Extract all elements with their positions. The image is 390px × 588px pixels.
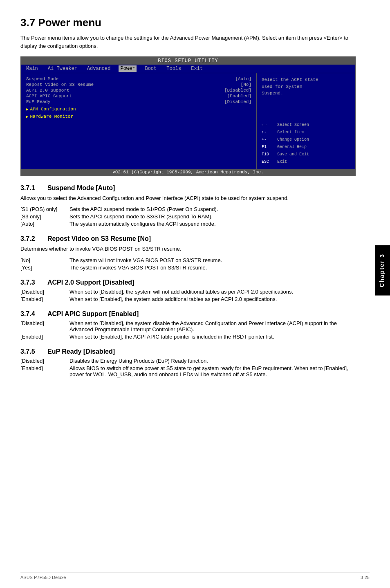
- option-table-374: [Disabled] When set to [Disabled], the s…: [20, 320, 356, 340]
- bios-footer: v02.61 (C)Copyright 1985-2009, American …: [21, 169, 355, 175]
- bios-menu-aitweaker[interactable]: Ai Tweaker: [46, 65, 79, 72]
- section-371: 3.7.1 Suspend Mode [Auto] Allows you to …: [20, 184, 370, 227]
- bios-item-eup[interactable]: EuP Ready [Disabled]: [26, 99, 251, 104]
- page-intro: The Power menu items allow you to change…: [20, 34, 356, 50]
- bios-key-legend: ←→Select Screen ↑↓Select Item +-Change O…: [262, 121, 350, 166]
- bios-content: Suspend Mode [Auto] Repost Video on S3 R…: [21, 73, 355, 169]
- section-title-375: EuP Ready [Disabled]: [47, 348, 115, 355]
- option-row: [S3 only] Sets the APCI suspend mode to …: [20, 213, 356, 220]
- option-row: [Enabled] When set to [Enabled], the sys…: [20, 296, 356, 302]
- section-373: 3.7.3 ACPI 2.0 Support [Disabled] [Disab…: [20, 279, 370, 302]
- footer-right: 3-25: [361, 575, 370, 580]
- bios-menu-boot[interactable]: Boot: [143, 65, 158, 72]
- section-title-372: Repost Video on S3 Resume [No]: [47, 235, 151, 242]
- bios-left-panel: Suspend Mode [Auto] Repost Video on S3 R…: [21, 73, 257, 169]
- chapter-tab: Chapter 3: [375, 245, 390, 296]
- section-number-374: 3.7.4: [20, 310, 41, 318]
- section-number-375: 3.7.5: [20, 348, 41, 355]
- bios-title-bar: BIOS SETUP UTILITY: [21, 57, 355, 65]
- bios-menu-exit[interactable]: Exit: [189, 65, 204, 72]
- bios-item-repost-video[interactable]: Repost Video on S3 Resume [No]: [26, 82, 251, 87]
- option-row: [Disabled] When set to [Disabled], the s…: [20, 320, 356, 332]
- option-table-375: [Disabled] Disables the Energy Using Pro…: [20, 358, 356, 377]
- bios-help-text: Select the ACPI stateused for SystemSusp…: [262, 76, 350, 97]
- option-table-373: [Disabled] When set to [Disabled], the s…: [20, 289, 356, 302]
- bios-ui-box: BIOS SETUP UTILITY Main Ai Tweaker Advan…: [20, 56, 356, 176]
- bios-menu-advanced[interactable]: Advanced: [85, 65, 112, 72]
- bios-menu-power[interactable]: Power: [119, 65, 137, 72]
- option-row: [Yes] The system invokes VGA BIOS POST o…: [20, 265, 356, 271]
- section-title-371: Suspend Mode [Auto]: [47, 184, 115, 192]
- option-row: [Enabled] When set to [Enabled], the ACP…: [20, 334, 356, 340]
- option-table-371: [S1 (POS) only] Sets the APCI suspend mo…: [20, 206, 356, 227]
- section-number-373: 3.7.3: [20, 279, 41, 286]
- section-number-371: 3.7.1: [20, 184, 41, 192]
- option-table-372: [No] The system will not invoke VGA BIOS…: [20, 257, 356, 271]
- option-row: [S1 (POS) only] Sets the APCI suspend mo…: [20, 206, 356, 212]
- section-374: 3.7.4 ACPI APIC Support [Enabled] [Disab…: [20, 310, 370, 340]
- bios-menu-bar: Main Ai Tweaker Advanced Power Boot Tool…: [21, 65, 355, 73]
- page-footer: ASUS P7P55D Deluxe 3-25: [20, 572, 370, 580]
- section-title-373: ACPI 2.0 Support [Disabled]: [47, 279, 134, 286]
- option-row: [Disabled] Disables the Energy Using Pro…: [20, 358, 356, 364]
- section-body-371: Allows you to select the Advanced Config…: [20, 194, 356, 202]
- option-row: [Enabled] Allows BIOS to switch off some…: [20, 365, 356, 377]
- bios-item-acpi20[interactable]: ACPI 2.0 Support [Disabled]: [26, 88, 251, 93]
- section-372: 3.7.2 Repost Video on S3 Resume [No] Det…: [20, 235, 370, 271]
- option-row: [Disabled] When set to [Disabled], the s…: [20, 289, 356, 295]
- option-row: [No] The system will not invoke VGA BIOS…: [20, 257, 356, 263]
- section-number-372: 3.7.2: [20, 235, 41, 242]
- footer-left: ASUS P7P55D Deluxe: [20, 575, 66, 580]
- option-row: [Auto] The system automatically configur…: [20, 221, 356, 227]
- bios-menu-main[interactable]: Main: [25, 65, 40, 72]
- bios-submenu-apm[interactable]: APM Configuration: [26, 107, 251, 112]
- bios-right-panel: Select the ACPI stateused for SystemSusp…: [257, 73, 355, 169]
- bios-item-acpi-apic[interactable]: ACPI APIC Support [Enabled]: [26, 94, 251, 99]
- bios-item-suspend-mode[interactable]: Suspend Mode [Auto]: [26, 76, 251, 81]
- bios-menu-tools[interactable]: Tools: [165, 65, 183, 72]
- section-title-374: ACPI APIC Support [Enabled]: [47, 310, 139, 318]
- page-title: 3.7 Power menu: [20, 16, 370, 29]
- section-375: 3.7.5 EuP Ready [Disabled] [Disabled] Di…: [20, 348, 370, 377]
- section-body-372: Determines whether to invoke VGA BIOS PO…: [20, 245, 356, 253]
- bios-submenu-hwmon[interactable]: Hardware Monitor: [26, 114, 251, 119]
